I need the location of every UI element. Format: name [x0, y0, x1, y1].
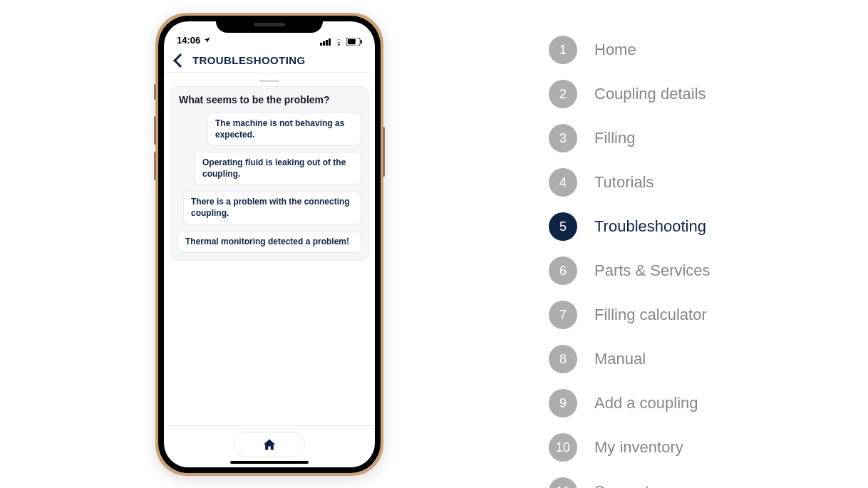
legend-item-parts-services[interactable]: 6 Parts & Services	[549, 256, 711, 285]
legend-item-my-inventory[interactable]: 10 My inventory	[549, 433, 711, 462]
legend-badge: 11	[549, 477, 577, 488]
card-title: What seems to be the problem?	[177, 94, 361, 105]
home-icon	[262, 437, 277, 452]
cellular-icon	[320, 38, 331, 46]
legend-label: Add a coupling	[594, 394, 698, 412]
power-button	[383, 127, 385, 177]
phone-bezel: 14:06 TROUBLESHOOT	[158, 16, 381, 473]
svg-rect-6	[361, 40, 362, 43]
sheet-handle[interactable]	[259, 80, 279, 82]
legend-label: Filling	[594, 129, 635, 147]
phone-notch	[216, 16, 323, 33]
legend-badge: 5	[549, 212, 577, 241]
legend-label: Parts & Services	[594, 261, 711, 280]
legend-item-filling[interactable]: 3 Filling	[549, 124, 711, 152]
legend-item-add-coupling[interactable]: 9 Add a coupling	[549, 389, 711, 417]
volume-down-button	[154, 152, 156, 180]
legend-label: Troubleshooting	[594, 217, 706, 236]
troubleshoot-card: What seems to be the problem? The machin…	[170, 86, 369, 261]
legend-label: Tutorials	[594, 173, 654, 192]
legend-label: Filling calculator	[594, 306, 707, 324]
silence-switch	[154, 84, 156, 100]
legend-badge: 10	[549, 433, 577, 462]
home-button[interactable]	[234, 432, 305, 457]
svg-rect-3	[329, 38, 331, 46]
volume-up-button	[154, 116, 156, 145]
legend-badge: 1	[549, 36, 577, 64]
home-indicator	[230, 461, 309, 464]
option-thermal-monitoring[interactable]: Thermal monitoring detected a problem!	[177, 231, 361, 254]
legend-item-troubleshooting[interactable]: 5 Troubleshooting	[549, 212, 711, 241]
phone-mockup: 14:06 TROUBLESHOOT	[155, 13, 383, 476]
legend-badge: 2	[549, 80, 577, 108]
phone-screen: 14:06 TROUBLESHOOT	[164, 21, 375, 467]
legend-badge: 6	[549, 256, 577, 285]
option-machine-not-behaving[interactable]: The machine is not behaving as expected.	[207, 113, 361, 146]
legend-item-coupling-details[interactable]: 2 Coupling details	[549, 80, 711, 108]
svg-rect-1	[323, 41, 325, 46]
battery-icon	[346, 38, 362, 46]
content: What seems to be the problem? The machin…	[164, 73, 375, 425]
legend-label: My inventory	[594, 438, 683, 457]
legend-item-home[interactable]: 1 Home	[549, 36, 711, 64]
legend-item-manual[interactable]: 8 Manual	[549, 345, 711, 373]
status-time: 14:06	[177, 35, 200, 46]
legend-label: Manual	[594, 350, 646, 368]
svg-rect-0	[320, 43, 322, 46]
status-right	[320, 38, 362, 46]
legend-badge: 9	[549, 389, 577, 417]
option-connecting-coupling[interactable]: There is a problem with the connecting c…	[183, 191, 361, 224]
page-title: TROUBLESHOOTING	[192, 54, 306, 66]
legend-item-filling-calculator[interactable]: 7 Filling calculator	[549, 301, 711, 329]
wifi-icon	[334, 38, 344, 46]
speaker-grille	[254, 23, 285, 26]
legend-badge: 3	[549, 124, 577, 152]
legend-badge: 4	[549, 168, 577, 197]
back-button[interactable]	[173, 53, 187, 68]
nav-header: TROUBLESHOOTING	[164, 47, 375, 73]
location-arrow-icon	[203, 36, 211, 44]
svg-rect-2	[326, 40, 328, 46]
svg-rect-5	[348, 39, 356, 44]
option-fluid-leaking[interactable]: Operating fluid is leaking out of the co…	[195, 152, 361, 185]
status-left: 14:06	[177, 35, 211, 46]
legend-label: Coupling details	[594, 85, 706, 103]
legend-item-tutorials[interactable]: 4 Tutorials	[549, 168, 711, 197]
legend-label: Support	[594, 482, 649, 488]
legend-item-support[interactable]: 11 Support	[549, 477, 711, 488]
legend-badge: 8	[549, 345, 577, 373]
legend-list: 1 Home 2 Coupling details 3 Filling 4 Tu…	[549, 36, 711, 488]
legend-label: Home	[594, 41, 636, 59]
legend-badge: 7	[549, 301, 577, 329]
